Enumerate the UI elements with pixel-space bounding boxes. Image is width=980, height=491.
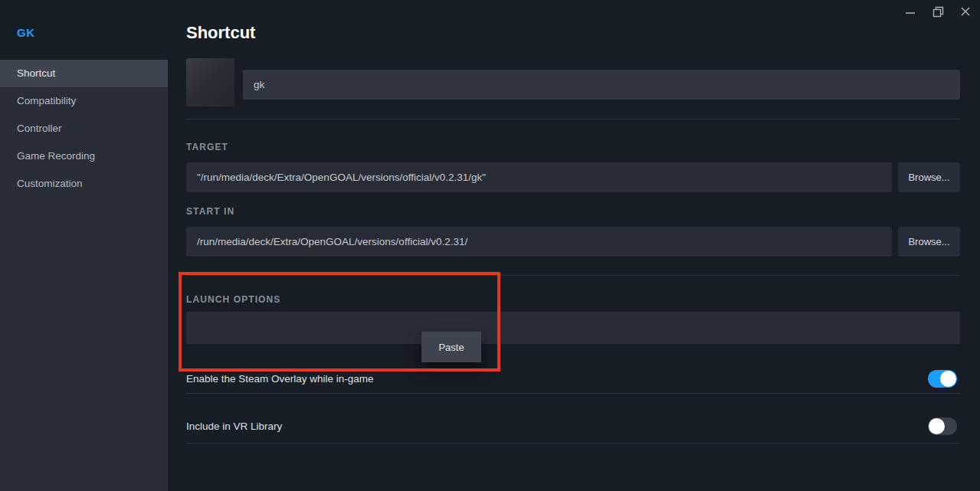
- sidebar-item-customization[interactable]: Customization: [0, 170, 168, 198]
- divider: [186, 119, 960, 119]
- page-title: Shortcut: [186, 23, 255, 43]
- vr-library-toggle[interactable]: [928, 417, 957, 435]
- shortcut-name-input[interactable]: [243, 70, 960, 100]
- restore-icon: [932, 6, 944, 18]
- divider: [186, 443, 960, 444]
- divider: [186, 393, 960, 394]
- sidebar-header: GK: [0, 0, 168, 60]
- start-in-label: START IN: [186, 206, 234, 217]
- shortcut-thumbnail-image[interactable]: [186, 58, 234, 106]
- sidebar-item-compatibility[interactable]: Compatibility: [0, 87, 168, 115]
- launch-options-label: LAUNCH OPTIONS: [186, 294, 280, 305]
- steam-overlay-toggle-label: Enable the Steam Overlay while in-game: [186, 373, 374, 385]
- close-button[interactable]: [957, 4, 974, 19]
- main-content: Shortcut TARGET Browse... START IN Brows…: [168, 0, 980, 491]
- restore-button[interactable]: [929, 4, 946, 19]
- shortcut-properties-window: GK Shortcut Compatibility Controller Gam…: [0, 0, 980, 491]
- start-in-path-input[interactable]: [186, 227, 892, 257]
- sidebar-item-shortcut[interactable]: Shortcut: [0, 60, 168, 87]
- sidebar: GK Shortcut Compatibility Controller Gam…: [0, 0, 168, 491]
- target-browse-button[interactable]: Browse...: [898, 162, 960, 192]
- toggle-knob: [929, 418, 945, 434]
- toggle-knob: [940, 371, 956, 387]
- steam-overlay-toggle[interactable]: [928, 370, 957, 388]
- paste-menu-item[interactable]: Paste: [421, 332, 481, 362]
- launch-options-input[interactable]: [186, 312, 960, 344]
- window-controls: [902, 4, 974, 19]
- minimize-icon: [905, 6, 916, 17]
- divider: [186, 275, 960, 276]
- sidebar-item-controller[interactable]: Controller: [0, 115, 168, 142]
- start-in-browse-button[interactable]: Browse...: [898, 227, 960, 257]
- vr-library-toggle-label: Include in VR Library: [186, 421, 282, 432]
- target-path-input[interactable]: [186, 162, 892, 192]
- sidebar-item-game-recording[interactable]: Game Recording: [0, 142, 168, 170]
- target-label: TARGET: [186, 142, 228, 152]
- minimize-button[interactable]: [902, 4, 919, 19]
- app-title: GK: [17, 26, 168, 39]
- close-icon: [960, 6, 971, 17]
